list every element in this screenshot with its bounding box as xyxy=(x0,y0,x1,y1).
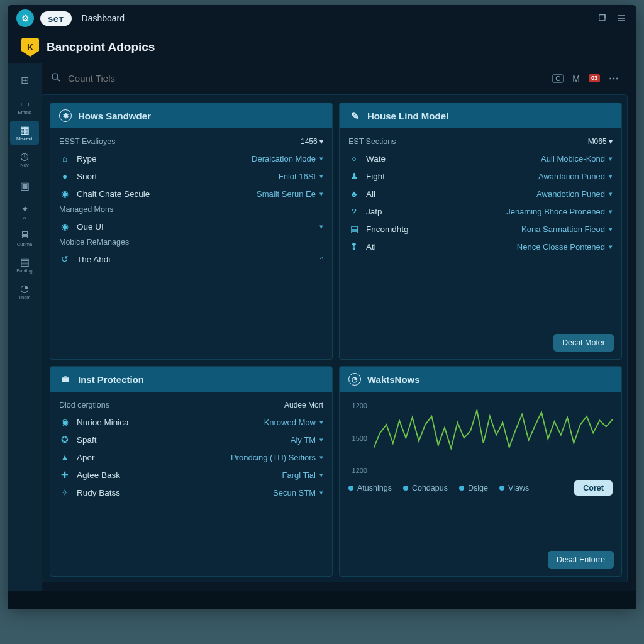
row-value[interactable]: Smalit Serun Ee ▾ xyxy=(257,189,323,199)
row-value[interactable]: Aull Mobice-Kond ▾ xyxy=(541,154,613,164)
setting-row[interactable]: ◉Nurioe MinicaKnrowed Mow ▾ xyxy=(59,413,323,431)
setting-row[interactable]: ✚Agtee BaskFargl Tial ▾ xyxy=(59,466,323,484)
setting-row[interactable]: ◉Chait Cnate SeculeSmalit Serun Ee ▾ xyxy=(59,185,323,203)
setting-row[interactable]: ◉Oue UI ▾ xyxy=(59,218,323,235)
row-name: Fncomdhtg xyxy=(366,225,409,234)
panel-hows-sandwder: ✱ Hows Sandwder ESST Evalioyes1456 ▾⌂Ryp… xyxy=(50,103,333,360)
setting-row[interactable]: ✧Rudy BatssSecun STM ▾ xyxy=(59,484,323,501)
row-name: Wate xyxy=(366,154,386,164)
sidebar-icon-5: ✦ xyxy=(19,203,30,214)
star-icon: ✧ xyxy=(59,487,70,498)
panel4-title: WaktsNows xyxy=(367,374,420,385)
controls-c-icon[interactable]: С xyxy=(552,74,564,83)
section-label: ESST Evalioyes xyxy=(59,137,115,146)
svg-rect-0 xyxy=(599,15,605,21)
more-icon[interactable]: ⋯ xyxy=(609,72,620,84)
notification-badge[interactable]: 03 xyxy=(589,74,600,82)
legend-item[interactable]: Cohdapus xyxy=(403,484,448,492)
panel2-section-label: EST Sections xyxy=(348,137,396,146)
row-value[interactable]: Awandotion Puned ▾ xyxy=(536,189,613,199)
sidebar-item-5[interactable]: ✦o xyxy=(10,200,39,224)
search-input[interactable] xyxy=(68,73,546,84)
row-value[interactable]: ^ xyxy=(320,255,323,263)
sidebar-item-1[interactable]: ▭Emms xyxy=(10,94,39,118)
row-value[interactable]: ▾ xyxy=(319,223,323,231)
setting-row[interactable]: ○WateAull Mobice-Kond ▾ xyxy=(348,150,613,167)
row-value[interactable]: Deraication Mode ▾ xyxy=(252,154,323,164)
sidebar-icon-6: 🖥 xyxy=(19,230,30,241)
panel-inst-protection: Inst Protection Dlod cergtions Audee Mor… xyxy=(50,366,333,577)
model-icon: ✎ xyxy=(348,109,361,122)
sidebar-label-7: Ponting xyxy=(16,269,32,274)
row-name: Nurioe Minica xyxy=(77,418,129,427)
legend-item[interactable]: Vlaws xyxy=(499,484,529,492)
panel-waktsnows: ◔ WaktsNows 120015001200 AtushingsCohdap… xyxy=(339,366,622,577)
search-icon xyxy=(50,72,62,86)
panel-house-lind-model: ✎ House Lind Model EST Sections M065 ▾ ○… xyxy=(339,103,622,360)
row-name: Snort xyxy=(77,172,97,181)
setting-row[interactable]: ●SnortFnlot 16St ▾ xyxy=(59,167,323,185)
setting-row[interactable]: ▤FncomdhtgKona Sarmattion Fieod ▾ xyxy=(348,220,613,238)
setting-row[interactable]: ♟FightAwardation Puned ▾ xyxy=(348,167,613,185)
up-icon: ▲ xyxy=(59,452,70,463)
row-value[interactable]: Awardation Puned ▾ xyxy=(538,172,613,181)
sidebar-item-6[interactable]: 🖥Cubma xyxy=(10,226,39,250)
row-value[interactable]: Nence Closse Pontened ▾ xyxy=(517,242,613,252)
setting-row[interactable]: ⌂RypeDeraication Mode ▾ xyxy=(59,150,323,167)
sidebar-icon-2: ▦ xyxy=(19,124,30,135)
app-window: ⚙ seт Dashboard K Bancpoint Adopics ⊞▭Em… xyxy=(8,5,636,609)
section-label: Mobice ReManages xyxy=(59,238,129,247)
row-value[interactable]: Jenaming Bhoce Pronened ▾ xyxy=(506,207,613,216)
panel3-badge: Audee Mort xyxy=(284,401,323,409)
row-name: Chait Cnate Secule xyxy=(77,189,150,199)
globe-icon: ✪ xyxy=(59,434,70,445)
setting-row[interactable]: ✪SpaftAly TM ▾ xyxy=(59,431,323,448)
panel2-badge: M065 ▾ xyxy=(588,137,613,146)
setting-row[interactable]: ?JatpJenaming Bhoce Pronened ▾ xyxy=(348,203,613,220)
sidebar-icon-0: ⊞ xyxy=(19,74,30,86)
sidebar-label-1: Emms xyxy=(18,110,31,115)
panel1-title: Hows Sandwder xyxy=(78,111,151,121)
setting-row[interactable]: ▲AperProndcing (TП) Seitiors ▾ xyxy=(59,448,323,466)
setting-row[interactable]: ♣AllAwandotion Puned ▾ xyxy=(348,185,613,203)
row-value[interactable]: Secun STM ▾ xyxy=(273,488,323,497)
row-value[interactable]: Fnlot 16St ▾ xyxy=(279,172,323,181)
legend-item[interactable]: Dsige xyxy=(459,484,488,492)
loop-icon: ↺ xyxy=(59,253,70,265)
sidebar-item-2[interactable]: ▦Miscent xyxy=(10,121,39,145)
row-name: Rype xyxy=(77,154,97,164)
row-name: Oue UI xyxy=(77,222,104,231)
subheader: K Bancpoint Adopics xyxy=(8,31,636,63)
row-value[interactable]: Knrowed Mow ▾ xyxy=(264,418,323,427)
radio-icon: ◉ xyxy=(59,416,70,428)
sidebar-item-7[interactable]: ▤Ponting xyxy=(10,253,39,277)
clock-icon: ◔ xyxy=(348,373,361,386)
legend-label: Dsige xyxy=(468,484,488,492)
sidebar-item-4[interactable]: ▣ xyxy=(10,174,39,197)
logo-icon: ⚙ xyxy=(16,9,34,27)
user-letter[interactable]: M xyxy=(572,74,580,84)
legend-dot-icon xyxy=(499,486,504,491)
desat-entorre-button[interactable]: Desat Entorre xyxy=(548,551,614,569)
setting-row[interactable]: ❢At‪lNence Closse Pontened ▾ xyxy=(348,238,613,255)
menu-list-icon[interactable] xyxy=(615,12,628,25)
external-icon[interactable] xyxy=(596,12,609,25)
brand-pill: seт xyxy=(40,11,72,26)
setting-row[interactable]: ↺The Ahdi ^ xyxy=(59,250,323,268)
coret-button[interactable]: Coret xyxy=(574,480,613,496)
row-name: Spaft xyxy=(77,435,97,445)
row-value[interactable]: Prondcing (TП) Seitiors ▾ xyxy=(231,453,323,462)
sidebar-item-8[interactable]: ◔Tnem xyxy=(10,279,39,303)
list-icon: ▤ xyxy=(348,223,360,235)
row-value[interactable]: Fargl Tial ▾ xyxy=(282,470,323,480)
decat-moter-button[interactable]: Decat Moter xyxy=(553,334,614,352)
legend-label: Atushings xyxy=(357,484,392,492)
legend-item[interactable]: Atushings xyxy=(348,484,392,492)
row-value[interactable]: Aly TM ▾ xyxy=(291,435,323,445)
sidebar-item-0[interactable]: ⊞ xyxy=(10,68,39,92)
radio-icon: ◉ xyxy=(59,221,70,232)
sidebar-label-8: Tnem xyxy=(18,295,30,300)
row-name: Aper xyxy=(77,453,95,462)
row-value[interactable]: Kona Sarmattion Fieod ▾ xyxy=(521,225,613,234)
sidebar-item-3[interactable]: ◷Nov xyxy=(10,147,39,171)
